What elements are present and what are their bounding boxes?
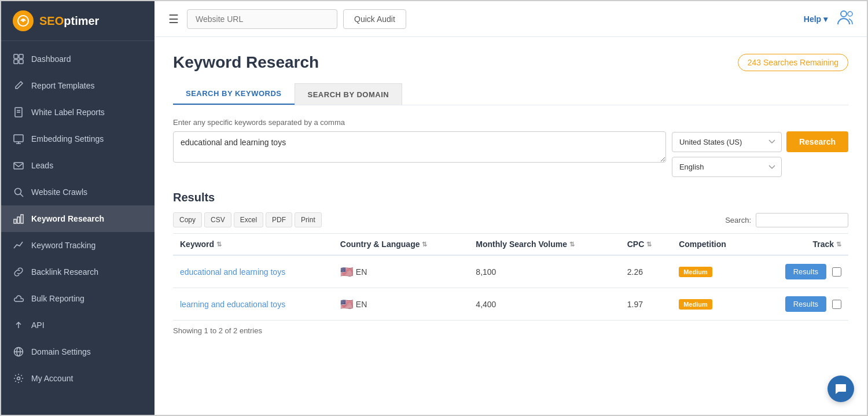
- sidebar-item-label: Embedding Settings: [31, 134, 104, 143]
- table-header-row: Keyword⇅ Country & Language⇅ Monthly Sea…: [173, 234, 848, 256]
- sidebar: SEOptimer DashboardReport TemplatesWhite…: [1, 1, 155, 415]
- cell-track: Results: [754, 255, 848, 288]
- tab-search-by-keywords[interactable]: SEARCH BY KEYWORDS: [173, 83, 295, 105]
- table-row: educational and learning toys 🇺🇸EN 8,100…: [173, 255, 848, 288]
- track-checkbox[interactable]: [832, 267, 841, 277]
- copy-button[interactable]: Copy: [173, 212, 202, 227]
- keyword-input[interactable]: educational and learning toys: [173, 131, 666, 163]
- sidebar-item-label: Keyword Tracking: [31, 241, 95, 250]
- svg-rect-9: [14, 135, 23, 142]
- sidebar-item-label: API: [31, 321, 45, 330]
- help-button[interactable]: Help ▾: [804, 14, 827, 24]
- sidebar-nav: DashboardReport TemplatesWhite Label Rep…: [1, 41, 155, 415]
- svg-rect-15: [14, 219, 16, 223]
- language-select[interactable]: EnglishFrenchSpanishGerman: [672, 157, 782, 177]
- country-research-row: United States (US)United Kingdom (UK)Aus…: [672, 131, 848, 152]
- track-checkbox[interactable]: [832, 300, 841, 309]
- sidebar-item-label: Website Crawls: [31, 187, 87, 197]
- table-search-area: Search:: [725, 213, 848, 227]
- svg-rect-17: [21, 215, 23, 223]
- svg-point-23: [848, 12, 852, 16]
- api-icon: [13, 319, 24, 331]
- svg-rect-12: [14, 163, 23, 169]
- keyword-research-icon: [13, 213, 24, 224]
- chat-bubble[interactable]: [827, 375, 854, 402]
- cell-cpc: 1.97: [620, 288, 672, 321]
- cell-monthly-volume: 8,100: [469, 255, 620, 288]
- results-button[interactable]: Results: [785, 264, 826, 279]
- svg-rect-2: [14, 54, 18, 58]
- table-row: learning and educational toys 🇺🇸EN 4,400…: [173, 288, 848, 321]
- sidebar-item-report-templates[interactable]: Report Templates: [1, 72, 155, 99]
- results-title: Results: [173, 191, 848, 204]
- website-crawls-icon: [13, 186, 24, 198]
- table-footer: Showing 1 to 2 of 2 entries: [173, 326, 848, 335]
- page-header: Keyword Research 243 Searches Remaining: [173, 53, 848, 72]
- sidebar-item-my-account[interactable]: My Account: [1, 365, 155, 392]
- embedding-settings-icon: [13, 133, 24, 145]
- col-competition: Competition: [672, 234, 754, 256]
- sidebar-item-api[interactable]: API: [1, 312, 155, 338]
- sidebar-item-bulk-reporting[interactable]: Bulk Reporting: [1, 285, 155, 312]
- search-row: educational and learning toys United Sta…: [173, 131, 848, 177]
- svg-point-1: [22, 20, 24, 22]
- topbar: ☰ Quick Audit Help ▾: [155, 1, 867, 37]
- quick-audit-button[interactable]: Quick Audit: [343, 9, 406, 29]
- svg-rect-16: [17, 217, 20, 223]
- table-search-input[interactable]: [756, 213, 848, 227]
- country-select[interactable]: United States (US)United Kingdom (UK)Aus…: [672, 132, 782, 152]
- main-content: ☰ Quick Audit Help ▾ Keyword Research 24…: [155, 1, 867, 415]
- cell-competition: Medium: [672, 288, 754, 321]
- sidebar-item-label: White Label Reports: [31, 108, 105, 117]
- cell-monthly-volume: 4,400: [469, 288, 620, 321]
- sidebar-item-label: Keyword Research: [31, 214, 104, 223]
- col-track: Track⇅: [754, 234, 848, 256]
- white-label-icon: [13, 106, 24, 118]
- sidebar-item-backlink-research[interactable]: Backlink Research: [1, 259, 155, 285]
- backlink-research-icon: [13, 266, 24, 278]
- bulk-reporting-icon: [13, 293, 24, 304]
- cell-keyword: learning and educational toys: [173, 288, 333, 321]
- content-area: Keyword Research 243 Searches Remaining …: [155, 37, 867, 415]
- sidebar-item-label: Report Templates: [31, 81, 94, 90]
- tab-search-by-domain[interactable]: SEARCH BY DOMAIN: [295, 83, 403, 105]
- col-cpc: CPC⇅: [620, 234, 672, 256]
- svg-line-14: [20, 194, 23, 197]
- tabs: SEARCH BY KEYWORDS SEARCH BY DOMAIN: [173, 83, 848, 105]
- sidebar-item-embedding-settings[interactable]: Embedding Settings: [1, 126, 155, 152]
- keyword-tracking-icon: [13, 240, 24, 251]
- col-country-lang: Country & Language⇅: [333, 234, 469, 256]
- website-url-input[interactable]: [187, 9, 337, 29]
- sidebar-item-label: Bulk Reporting: [31, 294, 84, 303]
- cell-track: Results: [754, 288, 848, 321]
- results-section: Results Copy CSV Excel PDF Print Search:…: [173, 191, 848, 335]
- sidebar-item-keyword-research[interactable]: Keyword Research: [1, 205, 155, 232]
- sidebar-item-dashboard[interactable]: Dashboard: [1, 46, 155, 72]
- leads-icon: [13, 160, 24, 171]
- domain-settings-icon: [13, 346, 24, 358]
- users-icon[interactable]: [837, 9, 855, 29]
- hamburger-button[interactable]: ☰: [166, 10, 181, 28]
- dashboard-icon: [13, 53, 24, 65]
- search-label: Search:: [725, 216, 751, 224]
- svg-point-22: [841, 11, 847, 17]
- cell-competition: Medium: [672, 255, 754, 288]
- sidebar-item-label: Backlink Research: [31, 267, 98, 277]
- sidebar-item-leads[interactable]: Leads: [1, 152, 155, 179]
- searches-badge: 243 Searches Remaining: [738, 54, 848, 71]
- csv-button[interactable]: CSV: [204, 212, 231, 227]
- svg-rect-4: [14, 60, 18, 64]
- cell-keyword: educational and learning toys: [173, 255, 333, 288]
- print-button[interactable]: Print: [295, 212, 322, 227]
- pdf-button[interactable]: PDF: [266, 212, 292, 227]
- results-button[interactable]: Results: [785, 296, 826, 312]
- research-button[interactable]: Research: [786, 131, 848, 152]
- cell-country-lang: 🇺🇸EN: [333, 288, 469, 321]
- sidebar-item-white-label[interactable]: White Label Reports: [1, 99, 155, 126]
- sidebar-item-domain-settings[interactable]: Domain Settings: [1, 338, 155, 365]
- sidebar-item-keyword-tracking[interactable]: Keyword Tracking: [1, 232, 155, 259]
- sidebar-item-website-crawls[interactable]: Website Crawls: [1, 179, 155, 205]
- excel-button[interactable]: Excel: [234, 212, 263, 227]
- logo-icon: [13, 10, 34, 31]
- cell-cpc: 2.26: [620, 255, 672, 288]
